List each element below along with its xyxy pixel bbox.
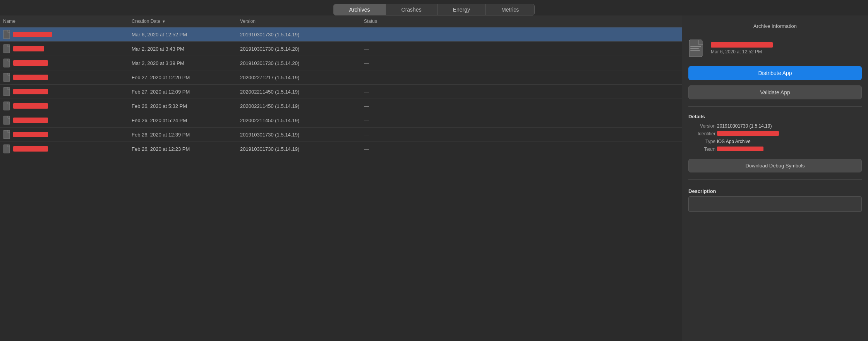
archive-name-redacted	[13, 103, 48, 109]
file-icon	[3, 87, 11, 96]
row-date-cell: Feb 26, 2020 at 5:24 PM	[132, 118, 240, 123]
col-header-status: Status	[364, 19, 682, 24]
row-status-cell: —	[364, 118, 682, 123]
detail-team-redacted	[717, 147, 763, 151]
row-date-cell: Feb 26, 2020 at 5:32 PM	[132, 103, 240, 109]
description-section: Description	[688, 188, 862, 212]
details-section: Details Version 201910301730 (1.5.14.19)…	[688, 114, 862, 152]
row-status-cell: —	[364, 103, 682, 109]
row-name-cell	[0, 130, 132, 139]
col-header-date[interactable]: Creation Date ▼	[132, 19, 240, 24]
row-name-cell	[0, 44, 132, 53]
download-debug-symbols-button[interactable]: Download Debug Symbols	[688, 159, 862, 172]
row-version-cell: 201910301730 (1.5.14.19)	[240, 146, 364, 152]
archive-name-redacted	[13, 89, 48, 94]
archive-preview: Mar 6, 2020 at 12:52 PM	[688, 36, 862, 61]
detail-identifier-redacted	[717, 131, 779, 136]
archive-name-preview-redacted	[711, 42, 773, 48]
detail-type-label: Type	[688, 139, 715, 144]
svg-rect-4	[3, 73, 10, 82]
row-version-cell: 201910301730 (1.5.14.19)	[240, 32, 364, 38]
archive-name-redacted	[13, 132, 48, 137]
file-icon	[3, 73, 11, 82]
archive-name-redacted	[13, 60, 48, 66]
tab-energy[interactable]: Energy	[437, 4, 486, 15]
row-version-cell: 201910301730 (1.5.14.20)	[240, 60, 364, 66]
table-row[interactable]: Mar 2, 2020 at 3:39 PM 201910301730 (1.5…	[0, 56, 682, 70]
divider-2	[688, 179, 862, 180]
table-row[interactable]: Feb 26, 2020 at 5:24 PM 202002211450 (1.…	[0, 113, 682, 128]
row-name-cell	[0, 73, 132, 82]
col-header-name: Name	[0, 19, 132, 24]
row-name-cell	[0, 87, 132, 96]
main-content: Name Creation Date ▼ Version Status	[0, 15, 868, 341]
archive-preview-info: Mar 6, 2020 at 12:52 PM	[711, 42, 773, 55]
table-row[interactable]: Mar 6, 2020 at 12:52 PM 201910301730 (1.…	[0, 27, 682, 42]
svg-rect-13	[690, 50, 700, 51]
table-row[interactable]: Feb 27, 2020 at 12:09 PM 202002211450 (1…	[0, 85, 682, 99]
divider	[688, 106, 862, 107]
detail-row-identifier: Identifier	[688, 131, 862, 136]
row-version-cell: 202002211450 (1.5.14.19)	[240, 103, 364, 109]
right-panel: Archive Information Mar 6, 2020 at 12:52…	[682, 15, 868, 341]
archive-name-redacted	[13, 75, 48, 80]
file-icon	[3, 30, 11, 39]
table-row[interactable]: Feb 27, 2020 at 12:20 PM 202002271217 (1…	[0, 70, 682, 85]
file-icon	[3, 130, 11, 139]
table-header: Name Creation Date ▼ Version Status	[0, 15, 682, 27]
tab-group: Archives Crashes Energy Metrics	[333, 4, 535, 15]
svg-rect-11	[690, 46, 701, 47]
svg-rect-6	[3, 102, 10, 110]
tab-metrics[interactable]: Metrics	[486, 4, 534, 15]
archive-name-redacted	[13, 118, 48, 123]
sort-arrow-icon: ▼	[162, 19, 166, 24]
row-status-cell: —	[364, 60, 682, 66]
row-date-cell: Feb 26, 2020 at 12:23 PM	[132, 146, 240, 152]
detail-version-label: Version	[688, 123, 715, 129]
row-status-cell: —	[364, 32, 682, 38]
row-status-cell: —	[364, 132, 682, 138]
row-status-cell: —	[364, 146, 682, 152]
archive-name-redacted	[13, 46, 44, 51]
row-version-cell: 201910301730 (1.5.14.20)	[240, 46, 364, 52]
archive-preview-icon	[688, 39, 707, 58]
svg-rect-3	[3, 59, 10, 67]
row-version-cell: 201910301730 (1.5.14.19)	[240, 132, 364, 138]
list-panel: Name Creation Date ▼ Version Status	[0, 15, 682, 341]
svg-rect-2	[3, 44, 10, 53]
detail-row-version: Version 201910301730 (1.5.14.19)	[688, 123, 862, 129]
row-date-cell: Mar 2, 2020 at 3:43 PM	[132, 46, 240, 52]
archive-info-title: Archive Information	[688, 23, 862, 29]
row-version-cell: 202002211450 (1.5.14.19)	[240, 118, 364, 123]
row-status-cell: —	[364, 75, 682, 80]
detail-type-value: iOS App Archive	[717, 139, 751, 144]
tab-archives[interactable]: Archives	[334, 4, 386, 15]
svg-rect-9	[3, 145, 10, 153]
tab-bar: Archives Crashes Energy Metrics	[0, 0, 868, 15]
row-date-cell: Mar 2, 2020 at 3:39 PM	[132, 60, 240, 66]
row-date-cell: Feb 27, 2020 at 12:09 PM	[132, 89, 240, 95]
details-title: Details	[688, 114, 862, 119]
description-title: Description	[688, 188, 862, 194]
distribute-app-button[interactable]: Distribute App	[688, 66, 862, 80]
row-version-cell: 202002211450 (1.5.14.19)	[240, 89, 364, 95]
detail-team-label: Team	[688, 147, 715, 152]
row-date-cell: Mar 6, 2020 at 12:52 PM	[132, 32, 240, 38]
description-box[interactable]	[688, 196, 862, 212]
archive-name-redacted	[13, 146, 48, 152]
svg-rect-12	[690, 48, 699, 49]
row-status-cell: —	[364, 89, 682, 95]
svg-rect-8	[3, 130, 10, 139]
svg-rect-1	[3, 30, 10, 39]
table-row[interactable]: Mar 2, 2020 at 3:43 PM 201910301730 (1.5…	[0, 42, 682, 56]
validate-app-button[interactable]: Validate App	[688, 85, 862, 99]
table-row[interactable]: Feb 26, 2020 at 12:23 PM 201910301730 (1…	[0, 142, 682, 156]
col-header-version: Version	[240, 19, 364, 24]
row-date-cell: Feb 26, 2020 at 12:39 PM	[132, 132, 240, 138]
detail-row-team: Team	[688, 147, 862, 152]
tab-crashes[interactable]: Crashes	[386, 4, 437, 15]
row-status-cell: —	[364, 46, 682, 52]
col-header-date-label: Creation Date	[132, 19, 160, 24]
table-row[interactable]: Feb 26, 2020 at 5:32 PM 202002211450 (1.…	[0, 99, 682, 113]
table-row[interactable]: Feb 26, 2020 at 12:39 PM 201910301730 (1…	[0, 128, 682, 142]
